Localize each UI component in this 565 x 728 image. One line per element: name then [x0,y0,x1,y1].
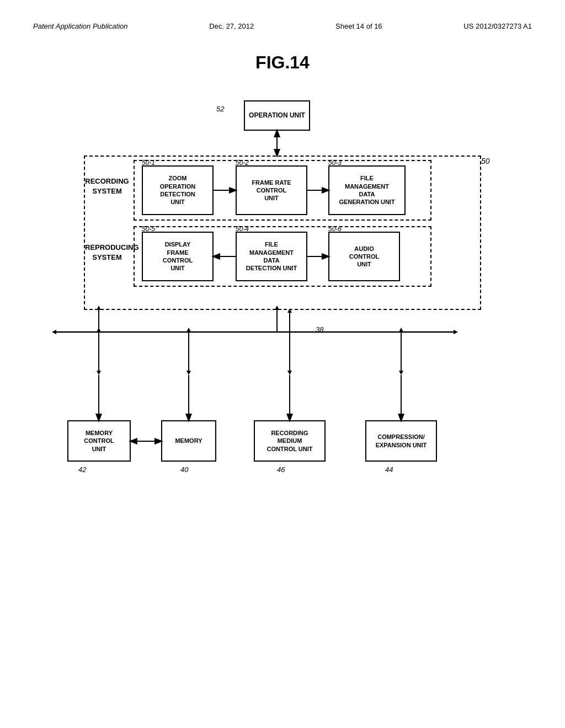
ref-50-5: 50-5 [142,225,155,233]
reproducing-system-label: REPRODUCING SYSTEM [85,243,129,263]
svg-marker-13 [186,328,191,332]
figure-title: FIG.14 [33,52,532,73]
recording-medium-box: RECORDINGMEDIUMCONTROL UNIT [254,420,326,462]
header-sheet: Sheet 14 of 16 [335,22,382,30]
ref-44: 44 [385,465,393,474]
ref-46: 46 [277,465,285,474]
ref-50-1: 50-1 [142,159,155,167]
memory-control-box: MEMORYCONTROLUNIT [67,420,131,462]
svg-marker-24 [399,371,403,375]
recording-system-label: RECORDING SYSTEM [85,176,129,196]
svg-marker-14 [186,371,191,375]
ref-38: 38 [316,325,323,334]
memory-box: MEMORY [161,420,216,462]
ref-50-3: 50-3 [328,159,342,167]
page: Patent Application Publication Dec. 27, … [0,0,565,728]
svg-marker-9 [97,328,101,332]
box-50-5: DISPLAYFRAMECONTROLUNIT [142,232,214,281]
compression-box: COMPRESSION/EXPANSION UNIT [365,420,437,462]
box-50-1: ZOOMOPERATIONDETECTIONUNIT [142,165,214,215]
svg-marker-7 [454,330,458,334]
box-50-2: FRAME RATECONTROLUNIT [236,165,307,215]
box-50-4: FILEMANAGEMENTDATADETECTION UNIT [236,232,307,281]
header-date: Dec. 27, 2012 [209,22,254,30]
diagram-container: OPERATION UNIT 52 50 RECORDING SYSTEM ZO… [45,95,520,514]
svg-marker-18 [287,371,292,375]
ref-40: 40 [180,465,188,474]
box-50-6: AUDIOCONTROLUNIT [328,232,400,281]
header-patent: US 2012/0327273 A1 [463,22,532,30]
ref-50-6: 50-6 [328,225,342,233]
page-header: Patent Application Publication Dec. 27, … [33,22,532,30]
ref-52: 52 [216,105,224,113]
ref-50-2: 50-2 [236,159,249,167]
ref-50: 50 [481,157,490,165]
ref-42: 42 [78,465,86,474]
svg-marker-23 [399,328,403,332]
header-publication: Patent Application Publication [33,22,128,30]
operation-unit-box: OPERATION UNIT [244,100,310,131]
svg-marker-6 [52,330,56,334]
svg-marker-10 [97,371,101,375]
ref-50-4: 50-4 [236,225,249,233]
box-50-3: FILEMANAGEMENTDATAGENERATION UNIT [328,165,406,215]
